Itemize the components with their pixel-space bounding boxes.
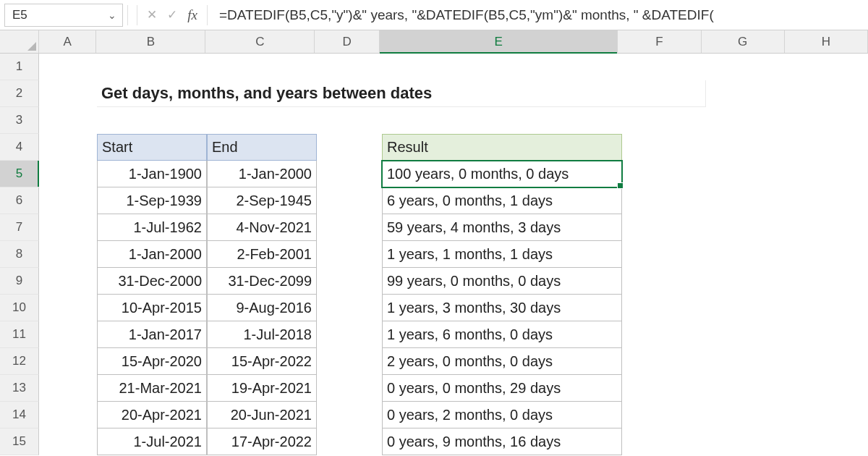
result-cell[interactable]: 1 years, 6 months, 0 days bbox=[382, 321, 622, 348]
separator bbox=[207, 5, 208, 25]
end-cell[interactable]: 17-Apr-2022 bbox=[207, 428, 317, 455]
column-header-A[interactable]: A bbox=[39, 30, 96, 53]
column-header-H[interactable]: H bbox=[785, 30, 868, 53]
row-header-11[interactable]: 11 bbox=[0, 321, 39, 348]
row-header-15[interactable]: 15 bbox=[0, 428, 39, 455]
title-cell[interactable]: Get days, months, and years between date… bbox=[97, 80, 706, 107]
column-header-C[interactable]: C bbox=[205, 30, 315, 53]
end-cell[interactable]: 2-Feb-2001 bbox=[207, 241, 317, 268]
start-cell[interactable]: 31-Dec-2000 bbox=[97, 268, 207, 295]
column-header-D[interactable]: D bbox=[315, 30, 379, 53]
row-header-2[interactable]: 2 bbox=[0, 80, 39, 107]
end-cell[interactable]: 1-Jan-2000 bbox=[207, 161, 317, 187]
start-cell[interactable]: 21-Mar-2021 bbox=[97, 375, 207, 402]
header-result[interactable]: Result bbox=[382, 134, 622, 161]
select-all-button[interactable] bbox=[0, 30, 39, 54]
formula-input[interactable]: =DATEDIF(B5,C5,"y")&" years, "&DATEDIF(B… bbox=[212, 4, 868, 27]
formula-text: =DATEDIF(B5,C5,"y")&" years, "&DATEDIF(B… bbox=[219, 7, 714, 23]
cancel-formula-button[interactable]: ✕ bbox=[142, 5, 162, 25]
separator bbox=[127, 5, 128, 25]
header-end[interactable]: End bbox=[207, 134, 317, 161]
row-header-13[interactable]: 13 bbox=[0, 375, 39, 402]
start-cell[interactable]: 1-Jan-2017 bbox=[97, 321, 207, 348]
result-cell[interactable]: 1 years, 3 months, 30 days bbox=[382, 295, 622, 321]
end-cell[interactable]: 2-Sep-1945 bbox=[207, 187, 317, 214]
row-header-12[interactable]: 12 bbox=[0, 348, 39, 375]
row-header-7[interactable]: 7 bbox=[0, 214, 39, 241]
result-cell[interactable]: 100 years, 0 months, 0 days bbox=[382, 161, 622, 187]
row-header-6[interactable]: 6 bbox=[0, 187, 39, 214]
row-header-3[interactable]: 3 bbox=[0, 107, 39, 134]
name-box-value: E5 bbox=[12, 8, 27, 22]
start-cell[interactable]: 1-Jan-1900 bbox=[97, 161, 207, 187]
start-cell[interactable]: 1-Jan-2000 bbox=[97, 241, 207, 268]
result-cell[interactable]: 0 years, 9 months, 16 days bbox=[382, 428, 622, 455]
name-box[interactable]: E5 ⌄ bbox=[4, 4, 123, 27]
end-cell[interactable]: 20-Jun-2021 bbox=[207, 402, 317, 428]
row-header-4[interactable]: 4 bbox=[0, 134, 39, 161]
end-cell[interactable]: 9-Aug-2016 bbox=[207, 295, 317, 321]
result-cell[interactable]: 6 years, 0 months, 1 days bbox=[382, 187, 622, 214]
row-header-1[interactable]: 1 bbox=[0, 54, 39, 80]
column-header-E[interactable]: E bbox=[380, 30, 618, 53]
end-cell[interactable]: 4-Nov-2021 bbox=[207, 214, 317, 241]
result-cell[interactable]: 0 years, 0 months, 29 days bbox=[382, 375, 622, 402]
start-cell[interactable]: 20-Apr-2021 bbox=[97, 402, 207, 428]
column-header-F[interactable]: F bbox=[618, 30, 701, 53]
result-cell[interactable]: 1 years, 1 months, 1 days bbox=[382, 241, 622, 268]
start-cell[interactable]: 15-Apr-2020 bbox=[97, 348, 207, 375]
row-header-14[interactable]: 14 bbox=[0, 402, 39, 428]
column-headers: ABCDEFGH bbox=[39, 30, 868, 54]
row-header-8[interactable]: 8 bbox=[0, 241, 39, 268]
end-cell[interactable]: 1-Jul-2018 bbox=[207, 321, 317, 348]
end-cell[interactable]: 31-Dec-2099 bbox=[207, 268, 317, 295]
chevron-down-icon[interactable]: ⌄ bbox=[108, 9, 116, 21]
row-headers: 123456789101112131415 bbox=[0, 54, 39, 455]
end-cell[interactable]: 15-Apr-2022 bbox=[207, 348, 317, 375]
result-cell[interactable]: 0 years, 2 months, 0 days bbox=[382, 402, 622, 428]
result-cell[interactable]: 59 years, 4 months, 3 days bbox=[382, 214, 622, 241]
row-header-5[interactable]: 5 bbox=[0, 161, 39, 187]
grid[interactable]: Get days, months, and years between date… bbox=[39, 54, 868, 456]
row-header-9[interactable]: 9 bbox=[0, 268, 39, 295]
separator bbox=[137, 5, 137, 25]
start-cell[interactable]: 10-Apr-2015 bbox=[97, 295, 207, 321]
formula-bar: E5 ⌄ ✕ ✓ fx =DATEDIF(B5,C5,"y")&" years,… bbox=[0, 0, 868, 30]
column-header-B[interactable]: B bbox=[96, 30, 205, 53]
row-header-10[interactable]: 10 bbox=[0, 295, 39, 321]
enter-formula-button[interactable]: ✓ bbox=[162, 5, 182, 25]
end-cell[interactable]: 19-Apr-2021 bbox=[207, 375, 317, 402]
start-cell[interactable]: 1-Jul-2021 bbox=[97, 428, 207, 455]
header-start[interactable]: Start bbox=[97, 134, 207, 161]
insert-function-button[interactable]: fx bbox=[182, 5, 203, 25]
result-cell[interactable]: 2 years, 0 months, 0 days bbox=[382, 348, 622, 375]
column-header-G[interactable]: G bbox=[702, 30, 785, 53]
start-cell[interactable]: 1-Sep-1939 bbox=[97, 187, 207, 214]
start-cell[interactable]: 1-Jul-1962 bbox=[97, 214, 207, 241]
result-cell[interactable]: 99 years, 0 months, 0 days bbox=[382, 268, 622, 295]
